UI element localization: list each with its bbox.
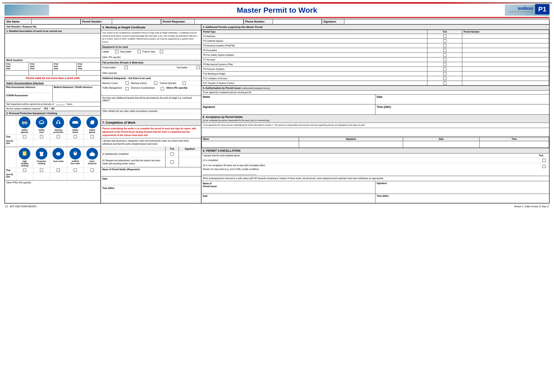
trained-operator-label: Trained Operator	[159, 82, 182, 84]
p9-checkbox[interactable]	[443, 67, 446, 70]
other-details-value[interactable]	[101, 113, 201, 120]
traffic-management-label: Traffic Management	[102, 87, 125, 89]
ppe-dustmask-tick[interactable]	[57, 169, 60, 172]
site-inspection-hours: hours	[67, 103, 72, 105]
method-statement-label: Method Statement / SSoW reference:	[54, 86, 99, 88]
diversion-checkbox[interactable]	[161, 87, 164, 90]
auth-name-value[interactable]	[203, 98, 374, 103]
section3-header: 3. Working at Height Certificate	[101, 25, 201, 30]
fire-system-row: Are fire system isolations required? YES…	[5, 106, 100, 111]
others-specify-label: Others (Pls specify):	[166, 87, 200, 89]
issuer-time-value[interactable]	[377, 197, 548, 202]
section8-reason-value[interactable]	[203, 171, 256, 175]
ppe-facemask-tick[interactable]	[74, 169, 77, 172]
section8-completed-checkbox[interactable]	[542, 159, 546, 162]
ppe-protective-tick[interactable]	[40, 169, 43, 172]
signature-value[interactable]	[344, 19, 549, 24]
warning-checkbox[interactable]	[154, 82, 157, 85]
auth-signature-value[interactable]	[203, 109, 374, 113]
time-value[interactable]	[102, 189, 200, 194]
issuer-date-value[interactable]	[203, 197, 374, 202]
ppe-visor-tick[interactable]	[40, 135, 43, 138]
permit-number-col: Permit Number	[462, 30, 549, 34]
step-ladder-checkbox[interactable]	[138, 50, 141, 53]
p5-checkbox[interactable]	[443, 49, 446, 52]
p12-checkbox[interactable]	[443, 82, 446, 85]
ppe-tick-label-1: Tick	[5, 134, 16, 139]
table-row: P12 Transfer of System Control	[202, 81, 549, 85]
p2-checkbox[interactable]	[443, 35, 446, 38]
section8-not-completed-label: (ii) Is not completed. All works are to …	[203, 164, 266, 167]
site-name-value[interactable]	[32, 19, 81, 24]
podium-step-checkbox[interactable]	[160, 50, 163, 53]
date-value[interactable]	[102, 180, 200, 185]
ppe-specify-label-2: Specifytype	[5, 173, 16, 180]
barriers-checkbox[interactable]	[125, 82, 129, 85]
tied-ladder-checkbox[interactable]	[196, 66, 200, 69]
ppe-hardhat-tick[interactable]	[91, 169, 94, 172]
satisfactorily-checkbox[interactable]	[171, 153, 174, 156]
ppe-safety-shoes: Safetyshoes	[67, 116, 84, 134]
p11-checkbox[interactable]	[443, 77, 446, 80]
permit-type-col: Permit Type	[202, 30, 427, 34]
auth-date-value[interactable]	[377, 98, 548, 103]
fall-protection-header: Fall protection (People & Materials)	[101, 60, 201, 65]
issuer-signature-value[interactable]	[377, 184, 548, 189]
auth-time-value[interactable]	[377, 109, 548, 113]
name-permit-holder-value[interactable]	[102, 171, 200, 175]
sodexo-name: sodexo	[509, 6, 533, 11]
trained-checkbox[interactable]	[183, 82, 186, 85]
ppe-safety-visor: Safetyvisor	[33, 116, 50, 134]
section1-header: 1. Detailed description of work to be ca…	[5, 29, 100, 34]
hazards-value[interactable]	[101, 103, 201, 109]
risk-assessment-value[interactable]	[6, 88, 51, 93]
phone-number-label: Phone Number:	[244, 19, 273, 24]
p3-checkbox[interactable]	[443, 39, 446, 42]
table-row: P10 Working at Height	[202, 71, 549, 76]
p4-checkbox[interactable]	[443, 44, 446, 47]
sodexo-tagline: QUALITY OF LIFE SERVICES	[509, 11, 533, 13]
p6-checkbox[interactable]	[443, 53, 446, 56]
ptw-end-date: PTWEndDate	[53, 62, 76, 70]
ppe-shoes-tick[interactable]	[74, 135, 77, 138]
work-location: Work location:	[5, 58, 100, 62]
ppe-gloves-tick[interactable]	[91, 135, 94, 138]
p8-checkbox[interactable]	[443, 63, 446, 66]
issuer-name-value[interactable]	[203, 188, 374, 193]
section8-not-completed-checkbox[interactable]	[542, 165, 546, 168]
section8-completed-label: (i) Is completed	[203, 159, 218, 161]
svg-rect-7	[23, 154, 26, 154]
section7-header: 7. Completion of Work	[101, 120, 201, 126]
p7-checkbox[interactable]	[443, 58, 446, 61]
ppe-dust-mask: Dust mask	[50, 147, 67, 168]
permit-valid-text: Permit valid for not more than a work sh…	[5, 76, 100, 81]
ladder-checkbox[interactable]	[115, 50, 118, 53]
signature-label: Signature:	[322, 19, 344, 24]
ppe-hearing-tick[interactable]	[57, 135, 60, 138]
stopped-signature[interactable]	[179, 157, 201, 167]
ppe-face-mask: Half/fullface mask	[67, 147, 84, 168]
method-statement-value[interactable]	[54, 88, 99, 97]
safeguards-header: Additional Safeguards – tick those to be…	[102, 77, 151, 79]
permit-number-value[interactable]	[112, 19, 161, 24]
footed-ladder-checkbox[interactable]	[125, 66, 128, 69]
coshh-value[interactable]	[6, 97, 51, 101]
warning-notices-label: Warning notices	[131, 82, 153, 84]
section8-declare-text: I declare that the work detailed above:	[203, 154, 241, 157]
section6-body-text: To be signed by the senior person undert…	[201, 123, 549, 128]
section2-header: 2. Personal Protective Equipment / Cloth…	[5, 111, 100, 116]
section4-header: 4. Additional Permits supporting this Ma…	[201, 25, 549, 30]
description-body[interactable]	[5, 34, 100, 58]
issuer-date-label: Date	[203, 195, 374, 197]
p10-checkbox[interactable]	[443, 72, 446, 75]
permit-requester-value[interactable]	[195, 19, 244, 24]
ppe-glasses-tick[interactable]	[23, 135, 26, 138]
permit-tick-col: Tick	[427, 30, 462, 34]
satisfactorily-signature[interactable]	[179, 151, 201, 157]
traffic-checkbox[interactable]	[125, 87, 129, 90]
podium-step-label: Podium Step	[142, 50, 158, 53]
stopped-checkbox[interactable]	[171, 161, 174, 164]
ppe-hivis-tick[interactable]	[23, 169, 26, 172]
completion-tick-header: Tick	[165, 147, 179, 151]
phone-number-value[interactable]	[273, 19, 322, 24]
